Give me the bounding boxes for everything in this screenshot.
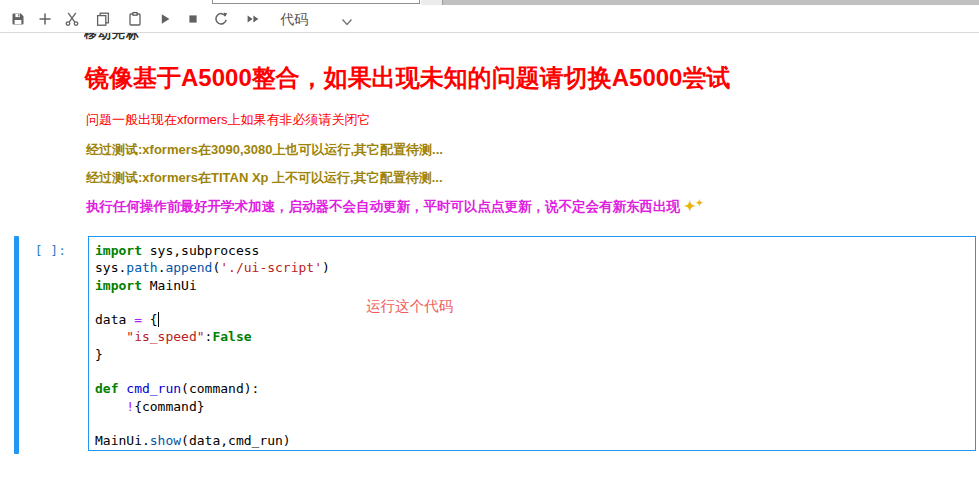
code-line[interactable] bbox=[95, 415, 969, 432]
input-prompt: [ ]: bbox=[0, 243, 66, 258]
code-line[interactable]: def cmd_run(command): bbox=[95, 380, 969, 397]
code-line[interactable] bbox=[95, 363, 969, 380]
restart-run-all-icon[interactable] bbox=[245, 11, 261, 27]
selected-cell-indicator[interactable] bbox=[14, 236, 19, 454]
stop-kernel-icon[interactable] bbox=[185, 11, 201, 27]
code-editor[interactable]: import sys,subprocesssys.path.append('./… bbox=[88, 236, 976, 451]
md-note-titan: 经过测试:xformers在TITAN Xp 上不可以运行,其它配置待测... bbox=[86, 169, 443, 187]
code-line[interactable]: import MainUi bbox=[95, 277, 969, 294]
code-line[interactable] bbox=[95, 294, 969, 311]
code-line[interactable]: sys.path.append('./ui-script') bbox=[95, 259, 969, 276]
code-line[interactable]: import sys,subprocess bbox=[95, 242, 969, 259]
notebook-window: 代码 移动光标 镜像基于A5000整合，如果出现未知的问题请切换A5000尝试 … bbox=[0, 0, 979, 479]
clipped-scrolled-text: 移动光标 bbox=[84, 33, 140, 40]
restart-kernel-icon[interactable] bbox=[213, 11, 229, 27]
save-icon[interactable] bbox=[10, 11, 26, 27]
cell-type-dropdown[interactable]: 代码 bbox=[280, 11, 308, 29]
sparkle-icon: ✦✦ bbox=[680, 198, 703, 214]
copy-cells-icon[interactable] bbox=[95, 11, 111, 27]
md-note-3090: 经过测试:xformers在3090,3080上也可以运行,其它配置待测... bbox=[86, 141, 443, 159]
notebook-toolbar: 代码 bbox=[0, 5, 979, 33]
code-content[interactable]: import sys,subprocesssys.path.append('./… bbox=[95, 242, 969, 450]
code-line[interactable]: data = { bbox=[95, 311, 969, 328]
paste-cells-icon[interactable] bbox=[127, 11, 143, 27]
add-cell-icon[interactable] bbox=[37, 11, 53, 27]
code-line[interactable]: "is_speed":False bbox=[95, 328, 969, 345]
run-this-code-annotation: 运行这个代码 bbox=[366, 297, 453, 316]
active-file-tab[interactable] bbox=[212, 0, 420, 4]
chevron-down-icon[interactable] bbox=[340, 14, 354, 26]
run-cell-icon[interactable] bbox=[157, 11, 173, 27]
code-line[interactable]: !{command} bbox=[95, 398, 969, 415]
code-line[interactable]: } bbox=[95, 346, 969, 363]
code-line[interactable]: MainUi.show(data,cmd_run) bbox=[95, 432, 969, 449]
cut-cells-icon[interactable] bbox=[64, 11, 80, 27]
md-note-xformers: 问题一般出现在xformers上如果有非必须请关闭它 bbox=[86, 111, 371, 129]
md-heading: 镜像基于A5000整合，如果出现未知的问题请切换A5000尝试 bbox=[85, 62, 730, 94]
md-note-update: 执行任何操作前最好开学术加速，启动器不会自动更新，平时可以点点更新，说不定会有新… bbox=[86, 198, 703, 216]
